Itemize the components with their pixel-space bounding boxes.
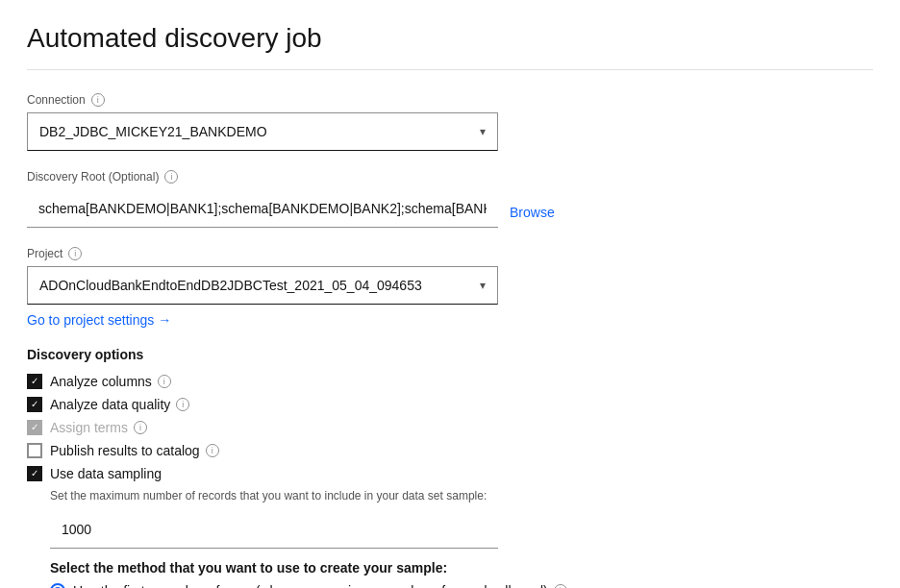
publish-results-info-icon[interactable]: i <box>206 444 219 457</box>
analyze-columns-info-icon[interactable]: i <box>158 375 171 388</box>
checkmark-icon: ✓ <box>31 469 38 478</box>
sampling-description: Set the maximum number of records that y… <box>50 489 873 502</box>
assign-terms-row: ✓ Assign terms i <box>27 420 873 435</box>
connection-section: Connection i DB2_JDBC_MICKEY21_BANKDEMO … <box>27 93 873 151</box>
checkmark-icon: ✓ <box>31 423 38 432</box>
project-section: Project i ADOnCloudBankEndtoEndDB2JDBCTe… <box>27 247 873 328</box>
analyze-columns-label: Analyze columns i <box>50 374 171 389</box>
assign-terms-info-icon: i <box>134 421 147 434</box>
project-value: ADOnCloudBankEndtoEndDB2JDBCTest_2021_05… <box>39 278 422 293</box>
discovery-options-title: Discovery options <box>27 347 873 362</box>
use-data-sampling-row: ✓ Use data sampling <box>27 466 873 481</box>
connection-value: DB2_JDBC_MICKEY21_BANKDEMO <box>39 124 267 139</box>
go-to-settings-link[interactable]: Go to project settings → <box>27 312 873 328</box>
analyze-data-quality-label: Analyze data quality i <box>50 397 189 412</box>
sample-method-title: Select the method that you want to use t… <box>50 560 873 576</box>
analyze-data-quality-row: ✓ Analyze data quality i <box>27 397 873 412</box>
discovery-root-section: Discovery Root (Optional) i Browse <box>27 170 873 228</box>
analyze-columns-checkbox[interactable]: ✓ <box>27 374 42 389</box>
publish-results-checkbox[interactable] <box>27 443 42 458</box>
assign-terms-label: Assign terms i <box>50 420 147 435</box>
checkmark-icon: ✓ <box>31 377 38 386</box>
project-info-icon[interactable]: i <box>68 247 82 260</box>
first-x-rows-radio-row: Use the first x number of rows (where x … <box>50 583 873 588</box>
checkmark-icon: ✓ <box>31 400 38 409</box>
assign-terms-checkbox: ✓ <box>27 420 42 435</box>
project-label: Project i <box>27 247 873 260</box>
sampling-subsection: Set the maximum number of records that y… <box>50 489 873 588</box>
first-x-rows-radio[interactable] <box>50 583 65 588</box>
connection-chevron-icon: ▾ <box>480 125 486 138</box>
first-x-rows-label: Use the first x number of rows (where x … <box>73 583 567 588</box>
discovery-root-info-icon[interactable]: i <box>164 170 178 184</box>
analyze-data-quality-checkbox[interactable]: ✓ <box>27 397 42 412</box>
project-chevron-icon: ▾ <box>480 279 486 292</box>
discovery-root-input[interactable] <box>27 189 498 228</box>
discovery-root-label: Discovery Root (Optional) i <box>27 170 873 184</box>
max-records-input[interactable] <box>50 510 498 549</box>
connection-select[interactable]: DB2_JDBC_MICKEY21_BANKDEMO ▾ <box>27 112 498 151</box>
publish-results-label: Publish results to catalog i <box>50 443 219 458</box>
use-data-sampling-label: Use data sampling <box>50 466 162 481</box>
project-select[interactable]: ADOnCloudBankEndtoEndDB2JDBCTest_2021_05… <box>27 266 498 305</box>
discovery-root-row: Browse <box>27 189 873 228</box>
page-title: Automated discovery job <box>27 23 873 70</box>
use-data-sampling-checkbox[interactable]: ✓ <box>27 466 42 481</box>
page-container: Automated discovery job Connection i DB2… <box>0 0 900 588</box>
browse-link[interactable]: Browse <box>510 205 555 228</box>
arrow-right-icon: → <box>158 312 171 328</box>
connection-info-icon[interactable]: i <box>91 93 105 107</box>
publish-results-row: Publish results to catalog i <box>27 443 873 458</box>
analyze-data-quality-info-icon[interactable]: i <box>176 398 189 411</box>
analyze-columns-row: ✓ Analyze columns i <box>27 374 873 389</box>
discovery-options-section: Discovery options ✓ Analyze columns i ✓ … <box>27 347 873 588</box>
connection-label: Connection i <box>27 93 873 107</box>
first-x-rows-info-icon[interactable]: i <box>554 584 567 588</box>
